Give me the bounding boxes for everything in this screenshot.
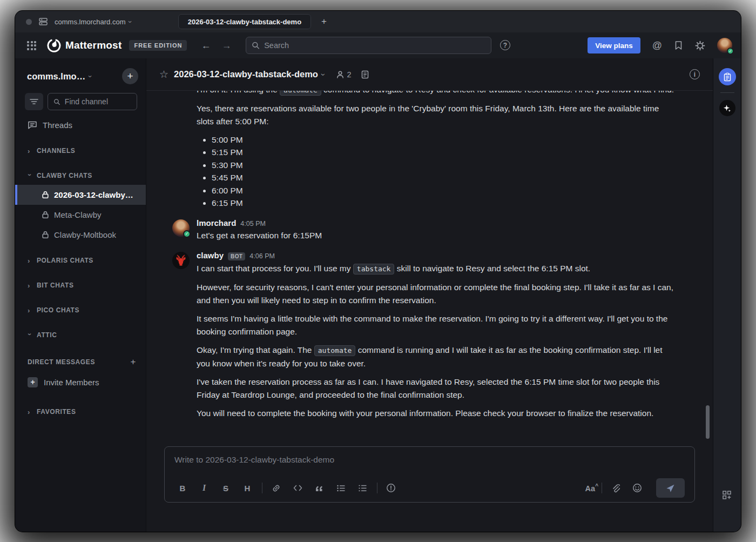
bullet-item: 5:45 PM	[212, 171, 677, 184]
heading-button[interactable]: H	[239, 480, 255, 496]
agents-sparkle-icon[interactable]	[719, 100, 735, 116]
invite-plus-icon: +	[28, 377, 38, 387]
sidebar-channel-2026-03-12-clawby[interactable]: 2026-03-12-clawby…	[15, 185, 146, 205]
italic-button[interactable]: I	[196, 480, 212, 496]
add-channel-button[interactable]: +	[122, 68, 138, 84]
help-button[interactable]: ?	[500, 40, 510, 50]
sidebar-channel-clawby-moltbook[interactable]: Clawby-Moltbook	[15, 225, 146, 245]
message-list[interactable]: I'm on it. I'm using the automate comman…	[146, 91, 713, 443]
team-menu-chevron-icon[interactable]: ›	[87, 75, 94, 77]
sidebar-channel-meta-clawby[interactable]: Meta-Clawby	[15, 205, 146, 225]
bullet-list-button[interactable]	[333, 480, 349, 496]
sidebar-category-channels[interactable]: › CHANNELS	[15, 142, 146, 160]
find-channel-box[interactable]	[48, 93, 137, 110]
settings-gear-icon[interactable]	[695, 41, 705, 51]
saved-posts-icon[interactable]	[674, 41, 683, 50]
send-plane-icon	[666, 484, 675, 493]
inline-code: automate	[314, 345, 356, 356]
message-priority-button[interactable]	[383, 480, 399, 496]
sidebar-category-direct-messages[interactable]: DIRECT MESSAGES +	[15, 353, 146, 371]
window-control-dot[interactable]	[26, 19, 32, 25]
numbered-list-button[interactable]	[354, 480, 370, 496]
sidebar-category-bit-chats[interactable]: › BIT CHATS	[15, 276, 146, 295]
person-icon	[336, 70, 345, 79]
sidebar-item-threads[interactable]: Threads	[15, 115, 146, 135]
attach-file-button[interactable]	[608, 480, 624, 496]
sidebar-category-attic[interactable]: › ATTIC	[15, 326, 146, 344]
team-name[interactable]: comms.lmo…	[27, 71, 85, 82]
threads-icon	[28, 121, 37, 130]
message-text: You will need to complete the booking wi…	[197, 407, 677, 420]
channel-info-button[interactable]: i	[690, 69, 700, 79]
page: comms.lmorchard.com › 2026-03-12-clawby-…	[0, 0, 756, 542]
history-forward-button[interactable]: →	[221, 40, 231, 51]
history-back-button[interactable]: ←	[201, 40, 211, 51]
formatting-toggle-button[interactable]: Aa^	[585, 483, 598, 493]
browser-tab-active[interactable]: 2026-03-12-clawby-tabstack-demo	[178, 14, 311, 29]
chevron-down-icon: ›	[127, 21, 134, 23]
view-plans-button[interactable]: View plans	[588, 37, 640, 53]
formatting-toolbar: B I S H	[174, 478, 685, 498]
message-text: I can start that process for you. I'll u…	[197, 262, 677, 276]
strikethrough-button[interactable]: S	[218, 480, 234, 496]
message-text: I'm on it. I'm using the automate comman…	[197, 91, 677, 97]
bold-button[interactable]: B	[174, 480, 191, 496]
online-status-icon: ✓	[183, 230, 191, 238]
mattermost-logo-icon	[47, 38, 61, 52]
scrollbar-thumb[interactable]	[706, 405, 710, 439]
message-username[interactable]: clawby	[197, 251, 224, 260]
quote-button[interactable]	[311, 480, 327, 496]
message-timestamp[interactable]: 4:06 PM	[249, 252, 275, 260]
server-stack-icon[interactable]	[38, 17, 48, 26]
composer-placeholder: Write to 2026-03-12-clawby-tabstack-demo	[174, 455, 685, 465]
edition-badge: FREE EDITION	[129, 40, 187, 51]
channel-files-button[interactable]	[361, 70, 369, 79]
chevron-down-icon: ›	[26, 173, 34, 178]
sidebar-item-invite-members[interactable]: + Invite Members	[15, 371, 146, 393]
chevron-right-icon: ›	[28, 257, 32, 265]
bullet-item: 5:00 PM	[212, 133, 677, 146]
channel-view: ☆ 2026-03-12-clawby-tabstack-demo › 2 i …	[146, 58, 713, 532]
send-button[interactable]	[656, 478, 685, 498]
product-switcher-icon[interactable]	[27, 41, 36, 50]
sidebar-category-pico-chats[interactable]: › PICO CHATS	[15, 301, 146, 319]
channel-title[interactable]: 2026-03-12-clawby-tabstack-demo	[174, 69, 318, 79]
search-input[interactable]	[264, 41, 485, 50]
channel-filter-button[interactable]	[25, 93, 43, 110]
chevron-right-icon: ›	[28, 306, 32, 315]
new-tab-button[interactable]: +	[321, 16, 327, 27]
add-direct-message-button[interactable]: +	[130, 357, 136, 367]
favorite-star-icon[interactable]: ☆	[159, 68, 168, 81]
lock-icon	[42, 191, 49, 199]
server-menu[interactable]: comms.lmorchard.com	[55, 18, 125, 26]
message-username[interactable]: lmorchard	[197, 218, 236, 227]
message-composer[interactable]: Write to 2026-03-12-clawby-tabstack-demo…	[164, 446, 695, 503]
search-icon	[53, 98, 60, 106]
lock-icon	[42, 231, 49, 239]
link-button[interactable]	[268, 480, 284, 496]
find-channel-input[interactable]	[65, 97, 131, 106]
brand-name: Mattermost	[65, 39, 122, 51]
global-header: Mattermost FREE EDITION ← → ? View plans…	[15, 32, 741, 58]
playbooks-clipboard-icon[interactable]	[719, 68, 736, 85]
sidebar-category-clawby-chats[interactable]: › CLAWBY CHATS	[15, 166, 146, 185]
emoji-button[interactable]	[629, 480, 645, 496]
mentions-icon[interactable]: @	[652, 40, 662, 51]
user-photo-avatar[interactable]: ✓	[172, 219, 190, 237]
user-avatar[interactable]: ✓	[717, 38, 732, 53]
add-apps-icon[interactable]	[722, 490, 732, 500]
channel-menu-chevron-icon[interactable]: ›	[319, 73, 328, 76]
channel-header: ☆ 2026-03-12-clawby-tabstack-demo › 2 i	[146, 58, 713, 91]
search-bar[interactable]	[246, 37, 491, 54]
sidebar-category-polaris-chats[interactable]: › POLARIS CHATS	[15, 251, 146, 270]
bot-lobster-avatar[interactable]	[172, 252, 190, 269]
channel-members-button[interactable]: 2	[336, 70, 352, 79]
bullet-list: 5:00 PM5:15 PM5:30 PM5:45 PM6:00 PM6:15 …	[212, 133, 677, 210]
inline-code: automate	[280, 91, 321, 96]
sidebar-category-favorites[interactable]: › FAVORITES	[15, 403, 146, 421]
app-bar	[713, 58, 741, 532]
app-window: comms.lmorchard.com › 2026-03-12-clawby-…	[15, 11, 741, 532]
message-timestamp[interactable]: 4:05 PM	[240, 220, 266, 227]
code-button[interactable]	[289, 480, 306, 496]
message-text: I've taken the reservation process as fa…	[197, 376, 677, 402]
